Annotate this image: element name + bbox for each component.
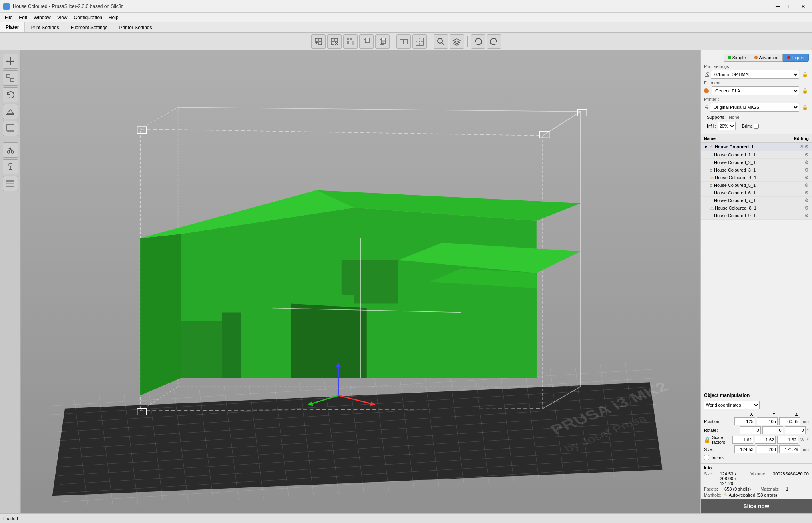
svg-rect-3	[331, 38, 334, 41]
print-settings-label: Print settings :	[704, 64, 809, 69]
tool-layers-button[interactable]	[3, 176, 18, 191]
menu-edit[interactable]: Edit	[16, 14, 30, 21]
size-z-input[interactable]	[779, 445, 800, 453]
left-tools	[0, 50, 21, 513]
inches-row: Inches	[704, 455, 809, 460]
toolbar-delete-button[interactable]	[327, 34, 342, 49]
list-item[interactable]: □ House Coloured_7_1 ⚙	[701, 197, 812, 204]
print-settings-dropdown[interactable]: 0.15mm OPTIMAL	[711, 70, 799, 79]
toolbar-paste-button[interactable]	[375, 34, 390, 49]
print-settings-lock[interactable]: 🔒	[801, 70, 809, 78]
menu-window[interactable]: Window	[30, 14, 54, 21]
filament-dropdown[interactable]: Generic PLA	[712, 86, 799, 95]
tool-scale-button[interactable]	[3, 70, 18, 86]
scale-y-input[interactable]	[755, 436, 776, 444]
list-item[interactable]: □ House Coloured_3_1 ⚙	[701, 166, 812, 174]
tab-filament-settings[interactable]: Filament Settings	[65, 22, 114, 32]
item-settings-5[interactable]: ⚙	[804, 190, 809, 196]
scale-x-input[interactable]	[732, 436, 753, 444]
rotate-y-input[interactable]	[762, 426, 783, 434]
group-visibility-icon[interactable]: 👁	[800, 144, 804, 150]
svg-rect-9	[352, 41, 354, 45]
toolbar-split-objects-button[interactable]	[396, 34, 411, 49]
rotate-x-input[interactable]	[740, 426, 761, 434]
svg-rect-8	[347, 41, 349, 44]
mode-advanced-button[interactable]: Advanced	[750, 54, 783, 62]
maximize-button[interactable]: □	[785, 2, 796, 11]
tool-support-button[interactable]	[3, 121, 18, 136]
menu-view[interactable]: View	[54, 14, 71, 21]
inches-checkbox[interactable]	[704, 455, 709, 460]
toolbar-split-parts-button[interactable]	[412, 34, 427, 49]
position-z-input[interactable]	[779, 417, 800, 425]
list-item[interactable]: □ House Coloured_1_1 ⚙	[701, 151, 812, 159]
tool-rotate-button[interactable]	[3, 87, 18, 102]
main-layout: PRUSA i3 MK2 by Josef Prusa	[0, 50, 812, 513]
tool-sla-support-button[interactable]	[3, 159, 18, 174]
scale-reset-button[interactable]: ↺	[805, 437, 809, 443]
item-settings-0[interactable]: ⚙	[804, 152, 809, 158]
mode-expert-button[interactable]: Expert	[783, 54, 809, 62]
minimize-button[interactable]: ─	[772, 2, 783, 11]
group-settings-icon[interactable]: ⚙	[804, 144, 809, 150]
size-x-input[interactable]	[734, 445, 755, 453]
list-item[interactable]: □ House Coloured_2_1 ⚙	[701, 159, 812, 166]
object-group-header[interactable]: ▼ ⚠ House Coloured_1 👁 ⚙	[701, 143, 812, 151]
toolbar-undo-button[interactable]	[471, 34, 485, 49]
item-settings-7[interactable]: ⚙	[804, 205, 809, 211]
toolbar-search-button[interactable]	[434, 34, 448, 49]
tab-plater[interactable]: Plater	[0, 22, 25, 32]
menu-file[interactable]: File	[2, 14, 16, 21]
coordinate-system-dropdown[interactable]: World coordinates Local coordinates	[704, 401, 760, 409]
list-item[interactable]: □ House Coloured_5_1 ⚙	[701, 182, 812, 189]
group-chevron-icon: ▼	[704, 145, 708, 149]
brim-label: Brim:	[742, 124, 752, 128]
position-x-input[interactable]	[734, 417, 755, 425]
scale-lock-icon[interactable]: 🔒	[704, 437, 710, 443]
item-settings-1[interactable]: ⚙	[804, 160, 809, 165]
tool-place-face-button[interactable]	[3, 104, 18, 119]
menu-configuration[interactable]: Configuration	[71, 14, 105, 21]
toolbar	[0, 33, 812, 50]
slice-now-button[interactable]: Slice now	[701, 499, 812, 513]
svg-rect-0	[315, 38, 318, 41]
toolbar-redo-button[interactable]	[487, 34, 501, 49]
status-text: Loaded	[3, 516, 18, 521]
rotate-z-input[interactable]	[785, 426, 806, 434]
list-item[interactable]: □ House Coloured_9_1 ⚙	[701, 212, 812, 220]
filament-lock[interactable]: 🔒	[801, 87, 809, 95]
toolbar-add-button[interactable]	[311, 34, 326, 49]
scale-unit: %	[800, 437, 804, 442]
tool-cut-button[interactable]	[3, 142, 18, 158]
tool-move-button[interactable]	[3, 54, 18, 69]
toolbar-copy-button[interactable]	[359, 34, 374, 49]
list-item[interactable]: ⚠ House Coloured_8_1 ⚙	[701, 204, 812, 212]
size-y-input[interactable]	[757, 445, 778, 453]
infill-dropdown[interactable]: 20% 15% 25% 40%	[718, 122, 736, 130]
info-volume-label: Volume:	[750, 471, 766, 486]
brim-checkbox[interactable]	[754, 124, 759, 129]
position-y-input[interactable]	[757, 417, 778, 425]
item-settings-2[interactable]: ⚙	[804, 167, 809, 173]
item-settings-4[interactable]: ⚙	[804, 182, 809, 188]
viewport[interactable]: PRUSA i3 MK2 by Josef Prusa	[21, 50, 700, 513]
list-item[interactable]: ⚠ House Coloured_4_1 ⚙	[701, 174, 812, 182]
scale-z-input[interactable]	[777, 436, 798, 444]
svg-rect-22	[7, 130, 14, 132]
tab-print-settings[interactable]: Print Settings	[25, 22, 65, 32]
manifold-value: Auto-repaired (98 errors)	[729, 493, 777, 497]
item-settings-6[interactable]: ⚙	[804, 198, 809, 203]
item-settings-8[interactable]: ⚙	[804, 213, 809, 218]
close-button[interactable]: ✕	[798, 2, 809, 11]
printer-dropdown[interactable]: Original Prusa i3 MK2S	[710, 103, 799, 112]
tab-printer-settings[interactable]: Printer Settings	[113, 22, 158, 32]
toolbar-arrange-button[interactable]	[343, 34, 358, 49]
mode-simple-button[interactable]: Simple	[724, 54, 750, 62]
list-item[interactable]: □ House Coloured_6_1 ⚙	[701, 189, 812, 197]
toolbar-layers-button[interactable]	[450, 34, 464, 49]
item-settings-3[interactable]: ⚙	[804, 175, 809, 180]
menu-help[interactable]: Help	[105, 14, 122, 21]
svg-rect-6	[347, 38, 349, 40]
menu-bar: File Edit Window View Configuration Help	[0, 13, 812, 22]
printer-lock[interactable]: 🔒	[801, 103, 809, 111]
